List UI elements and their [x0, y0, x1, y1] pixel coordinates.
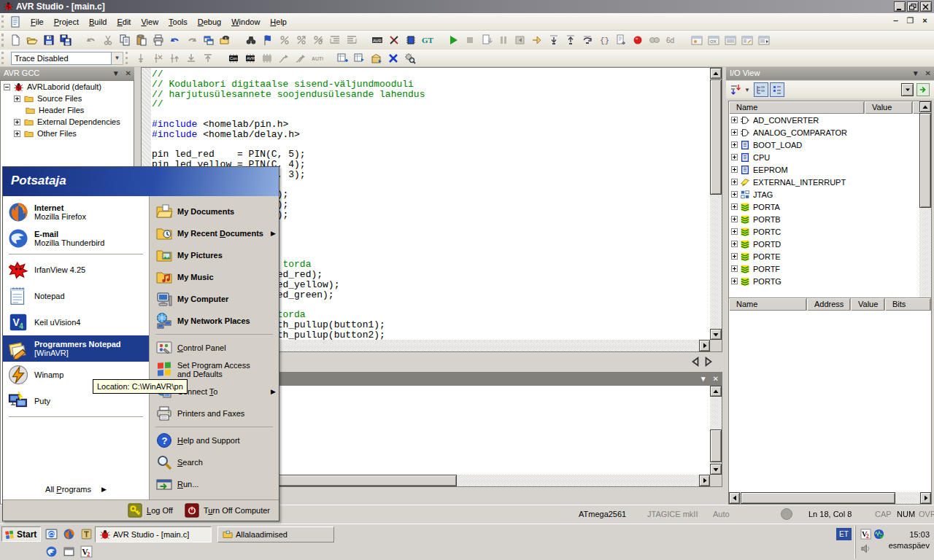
start-item-set-program-access-and-defaults[interactable]: Set Program Access and Defaults — [150, 359, 279, 381]
io-go-button[interactable] — [916, 83, 930, 96]
expand-icon[interactable] — [731, 253, 738, 260]
toolbar-step-over-button[interactable] — [579, 32, 595, 48]
start-button[interactable]: Start — [1, 526, 41, 542]
toolbar-step-out-button[interactable] — [562, 32, 579, 48]
toolbar-reset-button[interactable] — [478, 32, 495, 48]
watch-col-name[interactable]: Name — [729, 298, 807, 311]
toolbar-chip-blue-button[interactable] — [402, 32, 419, 48]
start-item-notepad[interactable]: Notepad — [3, 283, 149, 309]
all-programs[interactable]: All Programs▶ — [3, 479, 149, 499]
menu-project[interactable]: Project — [49, 15, 84, 28]
tree-item-source-files[interactable]: Source Files — [1, 93, 134, 104]
toolbar-pause-gray-button[interactable] — [495, 32, 512, 48]
start-item-control-panel[interactable]: Control Panel — [150, 337, 279, 359]
toolbar-delete-x-button[interactable] — [385, 50, 401, 66]
io-row-analog_comparator[interactable]: ANALOG_COMPARATOR — [729, 126, 931, 139]
tree-root[interactable]: AVRLaborid (default) — [1, 81, 134, 93]
toolbar-avr-mark-button[interactable]: AVR — [368, 32, 385, 48]
watch-hscroll-thumb[interactable] — [741, 492, 895, 504]
toolbar-forward-button[interactable] — [528, 32, 545, 48]
io-row-jtag[interactable]: JTAG — [729, 188, 931, 201]
toolbar-find-in-files-button[interactable] — [217, 32, 234, 48]
toolbar-stop-gray-button[interactable] — [461, 32, 478, 48]
start-item-keil-uvision4[interactable]: V4Keil uVision4 — [3, 309, 149, 335]
tray-v2[interactable]: V2 — [860, 529, 871, 540]
language-indicator[interactable]: ET — [836, 528, 852, 540]
watch-col-address[interactable]: Address — [807, 298, 851, 311]
io-row-external_interrupt[interactable]: EXTERNAL_INTERRUPT — [729, 176, 931, 188]
expand-icon[interactable] — [731, 203, 738, 210]
toolbar-print-button[interactable] — [150, 32, 166, 48]
trace-combo-value[interactable]: Trace Disabled — [11, 52, 112, 65]
pane-prev-icon[interactable] — [690, 357, 700, 367]
mdi-close-button[interactable]: × — [920, 16, 930, 26]
toolbar-wire-gray-button[interactable] — [275, 50, 292, 66]
expand-icon[interactable] — [731, 228, 738, 235]
toolbar-output-window-button[interactable]: OX — [705, 32, 722, 48]
io-row-porte[interactable]: PORTE — [729, 250, 931, 262]
start-turn-off-computer[interactable]: Turn Off Computer — [185, 503, 270, 518]
toolbar-save-all-button[interactable] — [57, 32, 74, 48]
toolbar-avr-chip-button[interactable]: AVR — [242, 50, 258, 66]
start-item-my-documents[interactable]: My Documents — [150, 201, 279, 222]
minimize-button[interactable] — [894, 1, 906, 12]
toolbar-paste-button[interactable] — [133, 32, 150, 48]
tray-speaker[interactable] — [860, 543, 871, 554]
io-col-name[interactable]: Name — [729, 101, 865, 114]
start-item-my-network-places[interactable]: My Network Places — [150, 310, 279, 332]
io-row-ad_converter[interactable]: AD_CONVERTER — [729, 114, 931, 126]
start-item-my-recent-documents[interactable]: My Recent Documents▶ — [150, 222, 279, 244]
io-menu-icon[interactable]: ▼ — [912, 69, 919, 77]
toolbar-upline-gray-button[interactable] — [199, 50, 216, 66]
toolbar-replace2-gray-button[interactable] — [293, 32, 309, 48]
document-icon[interactable] — [9, 16, 21, 28]
toolbar-watch-window-button[interactable] — [688, 32, 705, 48]
expand-icon[interactable] — [731, 166, 738, 173]
start-item-programmers-notepad[interactable]: Programmers Notepad[WinAVR] — [3, 335, 149, 362]
io-treeview-toggle[interactable] — [754, 82, 768, 97]
tree-expand-icon[interactable] — [14, 119, 20, 125]
scroll-down-icon[interactable] — [710, 464, 722, 475]
toolbar-chip-gray-button[interactable] — [258, 50, 275, 66]
scroll-right-icon[interactable] — [699, 340, 710, 351]
toolbar-run-to-cursor-button[interactable] — [612, 32, 629, 48]
quicklaunch-firefox-small[interactable] — [63, 528, 75, 540]
watch-hscrollbar[interactable] — [729, 492, 931, 504]
start-item-search[interactable]: Search — [150, 451, 279, 473]
toolbar-run-button[interactable] — [444, 32, 461, 48]
start-item-my-music[interactable]: My Music — [150, 266, 279, 288]
toolbar-breakpoint-red-button[interactable] — [629, 32, 646, 48]
expand-icon[interactable] — [731, 179, 738, 185]
tray-antivirus[interactable] — [873, 529, 884, 540]
start-item-my-computer[interactable]: My Computer — [150, 288, 279, 310]
tree-expand-icon[interactable] — [14, 96, 20, 102]
toolbar-undo-gray-button[interactable] — [82, 32, 99, 48]
expand-icon[interactable] — [731, 141, 738, 148]
toolbar-open-button[interactable] — [23, 32, 40, 48]
io-row-portc[interactable]: PORTC — [729, 225, 931, 238]
scroll-left-icon[interactable] — [729, 492, 740, 504]
toolbar-downline-gray-button[interactable] — [182, 50, 199, 66]
toolbar-replace3-gray-button[interactable] — [309, 32, 326, 48]
tree-item-external-dependencies[interactable]: External Dependencies — [1, 116, 134, 128]
toolbar-step-into-button[interactable] — [545, 32, 562, 48]
quicklaunch-window-small[interactable] — [63, 545, 75, 558]
io-filter-arrow[interactable]: ▼ — [744, 87, 750, 93]
expand-icon[interactable] — [731, 241, 738, 247]
menu-window[interactable]: Window — [226, 15, 265, 28]
toolbar-cascade-button[interactable] — [200, 32, 217, 48]
toolbar-pinup-gray-button[interactable] — [166, 50, 182, 66]
menu-build[interactable]: Build — [84, 15, 112, 28]
toolbar-pin-gray-button[interactable] — [132, 50, 149, 66]
expand-icon[interactable] — [731, 191, 738, 198]
io-row-boot_load[interactable]: BOOT_LOAD — [729, 139, 931, 151]
start-item-irfanview-4-25[interactable]: IrfanView 4.25 — [3, 257, 149, 283]
io-close-icon[interactable]: ✕ — [925, 69, 931, 77]
toolbar-braces-button[interactable]: {} — [595, 32, 612, 48]
toolbar-outdent-button[interactable] — [326, 32, 343, 48]
mdi-restore-button[interactable]: ❐ — [906, 16, 915, 26]
io-row-portd[interactable]: PORTD — [729, 238, 931, 250]
editor-vscrollbar[interactable] — [710, 68, 722, 340]
toolbar-undo-button[interactable] — [166, 32, 183, 48]
output-vscrollbar[interactable] — [710, 386, 722, 475]
